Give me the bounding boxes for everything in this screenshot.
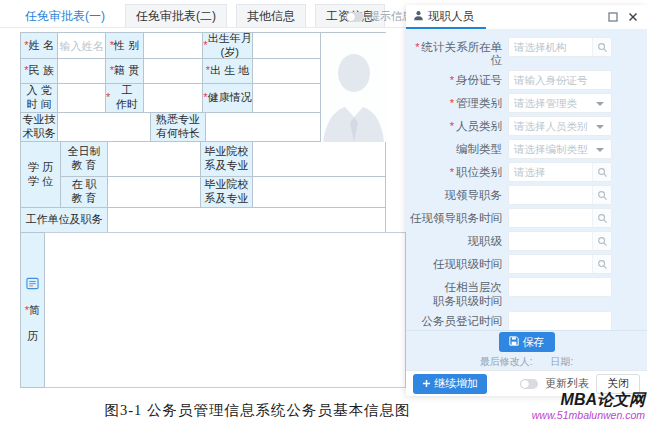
ethnicity-value-cell[interactable] — [58, 59, 106, 84]
name-input-cell[interactable] — [58, 33, 106, 59]
management-category-field[interactable] — [508, 93, 612, 113]
fulltime-edu-value-cell[interactable] — [108, 142, 201, 177]
employer-value-cell[interactable] — [108, 208, 386, 233]
last-editor-label: 最后修改人: — [480, 355, 533, 369]
figure-caption: 图3-1 公务员管理信息系统公务员基本信息图 — [0, 401, 515, 420]
plus-icon — [422, 378, 431, 390]
fulltime-edu-label: 全日制 教 育 — [61, 142, 108, 177]
person-silhouette — [321, 33, 386, 142]
onjob-college-value-cell[interactable] — [253, 177, 386, 208]
refresh-list-toggle[interactable] — [520, 379, 538, 389]
rank-time-input[interactable] — [509, 258, 592, 270]
native-place-label: *籍 贯 — [106, 59, 144, 84]
screen: 任免审批表(一) 任免审批表(二) 其他信息 工资信息 提示信息 *姓 名 *性… — [0, 0, 647, 430]
establishment-type-field[interactable] — [508, 139, 612, 159]
birth-value-cell[interactable] — [253, 33, 321, 59]
continue-add-button[interactable]: 继续增加 — [413, 374, 487, 394]
rank-time-field[interactable] — [508, 254, 612, 274]
gender-label: *性 别 — [106, 33, 144, 59]
save-icon — [509, 336, 519, 348]
establishment-type-label: 编制类型 — [406, 139, 502, 156]
current-leadership-post-field[interactable] — [508, 185, 612, 205]
chevron-down-icon[interactable] — [596, 125, 604, 133]
equivalent-rank-time-field[interactable] — [508, 277, 612, 297]
current-leadership-post-label: 现领导职务 — [406, 185, 502, 202]
id-number-field[interactable] — [508, 70, 612, 90]
watermark-url: www.51mbalunwen.com — [532, 409, 645, 421]
personnel-category-input[interactable] — [509, 120, 596, 132]
search-icon[interactable] — [592, 255, 611, 273]
tip-toggle[interactable] — [346, 12, 364, 22]
specialty-value-cell[interactable] — [206, 113, 321, 142]
leadership-post-time-input[interactable] — [509, 212, 592, 224]
refresh-list-label: 更新列表 — [545, 376, 589, 391]
photo-placeholder[interactable] — [321, 33, 386, 142]
position-category-field[interactable] — [508, 162, 612, 182]
registration-time-input[interactable] — [509, 315, 611, 327]
personnel-category-label: *人员类别 — [406, 116, 502, 133]
equivalent-rank-time-label: 任相当层次 职务职级时间 — [406, 277, 502, 307]
required-asterisk: * — [450, 166, 454, 178]
required-asterisk: * — [415, 41, 419, 53]
panel-title: 现职人员 — [428, 9, 474, 24]
required-asterisk: * — [450, 120, 454, 132]
tabbar-divider — [0, 27, 406, 28]
panel-tab-current-staff[interactable]: 现职人员 — [406, 5, 486, 29]
current-leadership-post-input[interactable] — [509, 189, 592, 201]
required-asterisk: * — [450, 74, 454, 86]
save-button[interactable]: 保存 — [499, 332, 555, 352]
tech-post-value-cell[interactable] — [58, 113, 151, 142]
resume-section: *简 历 — [20, 232, 406, 388]
tab-bar: 任免审批表(一) 任免审批表(二) 其他信息 工资信息 — [14, 4, 385, 28]
fulltime-college-value-cell[interactable] — [253, 142, 386, 177]
health-label: *健康情况 — [203, 84, 253, 113]
gender-value-cell[interactable] — [144, 33, 203, 59]
work-time-value-cell[interactable] — [144, 84, 203, 113]
id-number-input[interactable] — [509, 74, 611, 86]
chevron-down-icon[interactable] — [596, 102, 604, 110]
chevron-down-icon[interactable] — [596, 148, 604, 156]
id-number-label: *身份证号 — [406, 70, 502, 87]
tab-other-info[interactable]: 其他信息 — [236, 4, 306, 28]
equivalent-rank-time-input[interactable] — [509, 281, 611, 293]
native-place-value-cell[interactable] — [144, 59, 203, 84]
tab-appointment-form-1[interactable]: 任免审批表(一) — [14, 4, 116, 28]
current-rank-input[interactable] — [509, 235, 592, 247]
leadership-post-time-field[interactable] — [508, 208, 612, 228]
position-category-input[interactable] — [509, 166, 592, 178]
party-time-value-cell[interactable] — [58, 84, 106, 113]
onjob-edu-value-cell[interactable] — [108, 177, 201, 208]
close-icon[interactable] — [628, 12, 638, 22]
tab-appointment-form-2[interactable]: 任免审批表(二) — [125, 4, 227, 28]
birthplace-value-cell[interactable] — [253, 59, 321, 84]
window-buttons — [608, 5, 647, 29]
fulltime-college-label: 毕业院校 系及专业 — [201, 142, 253, 177]
maximize-icon[interactable] — [608, 12, 618, 22]
resume-label: *简 历 — [20, 232, 45, 388]
specialty-label: 熟悉专业 有何特长 — [151, 113, 206, 142]
statistical-unit-field[interactable] — [508, 37, 612, 57]
search-icon[interactable] — [592, 163, 611, 181]
name-input[interactable] — [58, 33, 105, 58]
resume-textarea[interactable] — [45, 232, 406, 388]
registration-time-label: 公务员登记时间 — [406, 311, 502, 328]
health-value-cell[interactable] — [253, 84, 321, 113]
search-icon[interactable] — [592, 232, 611, 250]
education-degree-label: 学 历 学 位 — [21, 142, 61, 208]
tip-toggle-group: 提示信息 — [346, 9, 413, 24]
rank-time-label: 任现职级时间 — [406, 254, 502, 271]
person-icon — [413, 7, 424, 25]
registration-time-field[interactable] — [508, 311, 612, 330]
current-rank-field[interactable] — [508, 231, 612, 251]
establishment-type-input[interactable] — [509, 143, 596, 155]
personnel-category-field[interactable] — [508, 116, 612, 136]
panel-body: *统计关系所在单位 *身份证号 *管理类别 *人员 — [406, 29, 647, 330]
employer-label: 工作单位及职务 — [21, 208, 108, 233]
watermark-title: MBA论文网 — [532, 392, 645, 409]
search-icon[interactable] — [592, 38, 611, 56]
management-category-input[interactable] — [509, 97, 596, 109]
statistical-unit-input[interactable] — [509, 41, 592, 53]
search-icon[interactable] — [592, 186, 611, 204]
search-icon[interactable] — [592, 209, 611, 227]
save-meta: 最后修改人: 日期: — [480, 355, 574, 369]
